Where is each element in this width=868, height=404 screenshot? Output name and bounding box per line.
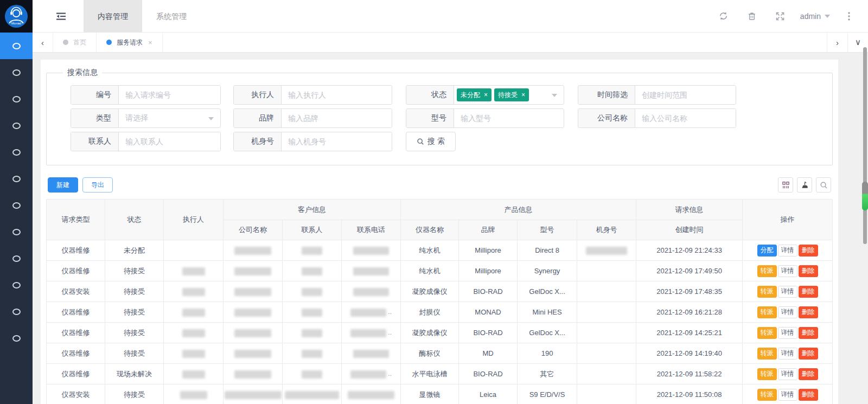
user-name: admin xyxy=(800,12,821,21)
executor-input[interactable] xyxy=(282,86,392,104)
model-input[interactable] xyxy=(454,109,564,127)
sidebar-item[interactable] xyxy=(0,59,33,86)
refresh-icon[interactable] xyxy=(714,7,733,25)
trash-icon[interactable] xyxy=(743,7,761,25)
sidebar-item[interactable] xyxy=(0,325,33,351)
search-field-model: 型号 xyxy=(406,108,564,128)
cell-instrument: 凝胶成像仪 xyxy=(401,323,459,343)
company-input[interactable] xyxy=(635,109,736,127)
row-action-default[interactable]: 详情 xyxy=(778,368,797,380)
field-content[interactable]: 未分配×待接受× xyxy=(454,86,564,104)
cell-request-type: 仪器维修 xyxy=(47,240,105,261)
row-action-warning[interactable]: 转派 xyxy=(757,327,777,339)
sidebar-item[interactable] xyxy=(0,192,33,219)
row-action-danger[interactable]: 删除 xyxy=(799,368,818,380)
tabs-scroll-left[interactable]: ‹ xyxy=(33,33,53,52)
top-nav-item-0[interactable]: 内容管理 xyxy=(84,0,142,33)
export-print-icon[interactable] xyxy=(797,177,812,193)
tab-label: 服务请求 xyxy=(117,38,143,47)
sidebar-item[interactable] xyxy=(0,219,33,245)
cell-brand: BIO-RAD xyxy=(459,364,518,384)
row-action-danger[interactable]: 删除 xyxy=(799,265,818,277)
status-tag[interactable]: 未分配× xyxy=(457,88,492,101)
new-button[interactable]: 新建 xyxy=(48,177,78,193)
tag-close-icon[interactable]: × xyxy=(521,91,525,99)
redacted-text xyxy=(182,267,205,275)
row-action-default[interactable]: 详情 xyxy=(778,389,797,401)
table-tool-icons xyxy=(778,177,831,193)
redacted-text xyxy=(234,309,271,317)
col-phone: 联系电话 xyxy=(342,220,401,240)
search-button[interactable]: 搜 索 xyxy=(406,132,456,151)
row-action-default[interactable]: 详情 xyxy=(778,286,797,298)
field-content[interactable]: 请选择 xyxy=(119,109,220,127)
sidebar-item[interactable] xyxy=(0,112,33,139)
row-action-danger[interactable]: 删除 xyxy=(799,286,818,298)
sidebar-item[interactable] xyxy=(0,86,33,112)
row-action-default[interactable]: 详情 xyxy=(778,265,797,277)
row-action-default[interactable]: 详情 xyxy=(778,245,797,256)
col-group-customer: 客户信息 xyxy=(224,200,401,220)
cell-executor xyxy=(164,384,224,404)
kebab-menu-icon[interactable] xyxy=(840,7,858,25)
search-panel-title: 搜索信息 xyxy=(63,68,102,78)
sidebar-item[interactable] xyxy=(0,298,33,325)
page-tab-1[interactable]: 服务请求× xyxy=(97,33,163,52)
cell-brand: Millipore xyxy=(459,240,518,261)
export-button[interactable]: 导出 xyxy=(82,177,113,193)
row-action-danger[interactable]: 删除 xyxy=(799,306,818,318)
cell-model: Synergy xyxy=(518,261,577,281)
row-action-warning[interactable]: 转派 xyxy=(757,265,777,277)
row-action-warning[interactable]: 转派 xyxy=(757,389,777,401)
field-content xyxy=(282,86,392,104)
row-action-primary[interactable]: 分配 xyxy=(757,245,777,256)
row-action-warning[interactable]: 转派 xyxy=(757,348,777,360)
status-tag[interactable]: 待接受× xyxy=(494,88,529,101)
field-label: 型号 xyxy=(406,109,454,127)
zoom-search-icon[interactable] xyxy=(816,177,831,193)
row-action-warning[interactable]: 转派 xyxy=(757,368,777,380)
cell-executor xyxy=(164,240,224,261)
redacted-text xyxy=(302,247,322,255)
row-action-danger[interactable]: 删除 xyxy=(799,389,818,401)
cell-status: 待接受 xyxy=(105,302,164,323)
search-field-serial-no: 机身号 xyxy=(233,132,392,151)
user-menu[interactable]: admin xyxy=(800,12,830,21)
page-tab-0[interactable]: 首页 xyxy=(53,33,97,52)
row-action-warning[interactable]: 转派 xyxy=(757,286,777,298)
search-field-executor: 执行人 xyxy=(233,85,392,105)
tabs-scroll-right[interactable]: › xyxy=(827,33,847,52)
status-tag-label: 未分配 xyxy=(461,91,480,100)
sidebar-menu xyxy=(0,33,33,351)
top-nav-item-1[interactable]: 系统管理 xyxy=(142,0,201,33)
row-action-default[interactable]: 详情 xyxy=(778,348,797,360)
serial-no-input[interactable] xyxy=(282,132,392,151)
cell-status: 待接受 xyxy=(105,343,164,364)
redacted-text xyxy=(353,350,389,358)
sidebar-item[interactable] xyxy=(0,165,33,192)
row-action-warning[interactable]: 转派 xyxy=(757,306,777,318)
request-no-input[interactable] xyxy=(119,86,220,104)
sidebar-item[interactable] xyxy=(0,33,33,59)
redacted-text xyxy=(234,247,271,255)
cell-phone xyxy=(342,261,401,281)
sidebar-item[interactable] xyxy=(0,139,33,165)
columns-setting-icon[interactable] xyxy=(778,177,793,193)
row-action-default[interactable]: 详情 xyxy=(778,327,797,339)
tag-close-icon[interactable]: × xyxy=(484,91,488,99)
row-action-default[interactable]: 详情 xyxy=(778,306,797,318)
contact-input[interactable] xyxy=(119,132,220,151)
menu-fold-icon[interactable] xyxy=(54,9,68,23)
page-scrollbar-thumb[interactable] xyxy=(863,47,867,244)
brand-input[interactable] xyxy=(282,109,392,127)
sidebar-item[interactable] xyxy=(0,272,33,298)
cell-serial xyxy=(577,323,636,343)
fullscreen-icon[interactable] xyxy=(771,7,789,25)
row-action-danger[interactable]: 删除 xyxy=(799,348,818,360)
inner-scrollbar-thumb[interactable] xyxy=(862,182,868,210)
row-action-danger[interactable]: 删除 xyxy=(799,327,818,339)
time-range-input[interactable] xyxy=(635,86,736,104)
row-action-danger[interactable]: 删除 xyxy=(799,245,818,256)
tab-close-icon[interactable]: × xyxy=(148,39,152,47)
sidebar-item[interactable] xyxy=(0,245,33,272)
